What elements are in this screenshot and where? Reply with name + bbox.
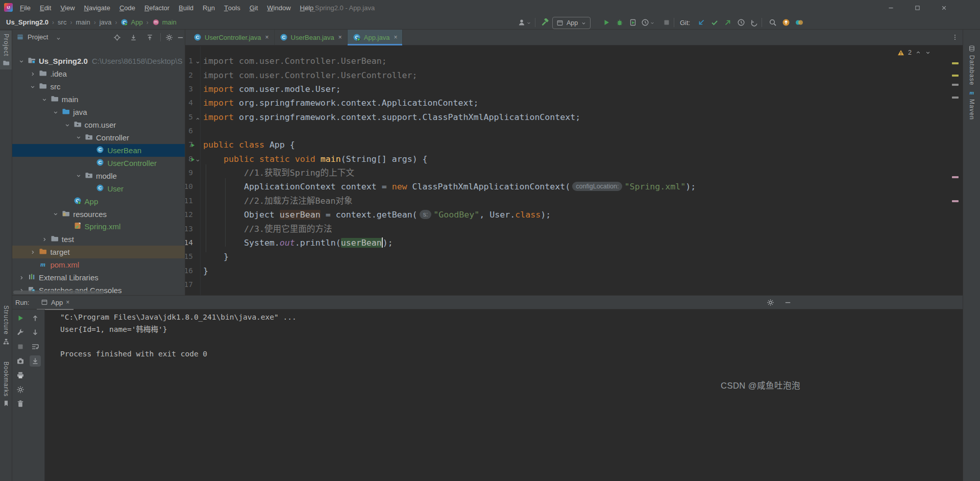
code-line-14[interactable]: System.out.println(userBean); <box>203 236 393 250</box>
chevron-down-icon[interactable] <box>76 134 82 140</box>
menu-item-navigate[interactable]: Navigate <box>80 0 115 15</box>
tree-item-Spring.xml[interactable]: Spring.xml <box>12 220 185 233</box>
tree-item-main[interactable]: main <box>12 93 185 106</box>
close-icon[interactable]: × <box>338 34 342 41</box>
menu-item-window[interactable]: Window <box>262 0 295 15</box>
scroll-to-end-button[interactable] <box>30 355 41 367</box>
chevron-right-icon[interactable] <box>30 71 36 77</box>
tree-item-UserController[interactable]: CUserController <box>12 157 185 170</box>
error-stripe-mark[interactable] <box>952 62 959 64</box>
fold-marker-icon[interactable] <box>195 156 201 165</box>
code-line-11[interactable]: //2.加载方法注解Bean对象 <box>203 194 353 208</box>
tree-item-modle[interactable]: modle <box>12 170 185 182</box>
tab-UserController[interactable]: CUserController.java× <box>188 30 275 45</box>
tree-item-Controller[interactable]: Controller <box>12 131 185 144</box>
minimize-button[interactable] <box>879 0 902 15</box>
locate-button[interactable] <box>113 34 121 43</box>
printer-button[interactable] <box>15 370 26 381</box>
chevron-down-icon[interactable] <box>53 211 59 217</box>
fold-marker-icon[interactable] <box>195 58 201 67</box>
close-button[interactable] <box>932 0 955 15</box>
tree-item-com.user[interactable]: com.user <box>12 118 185 131</box>
profiler-icon[interactable] <box>641 18 649 29</box>
search-icon[interactable] <box>769 18 777 29</box>
tab-App[interactable]: CApp.java× <box>348 30 403 45</box>
run-gutter-icon[interactable] <box>189 141 196 151</box>
sidebar-item-database[interactable]: Database <box>963 45 980 85</box>
project-panel-title[interactable]: Project <box>28 33 48 41</box>
user-icon[interactable] <box>518 18 526 29</box>
sidebar-item-maven[interactable]: mMaven <box>963 89 980 120</box>
code-line-15[interactable]: } <box>203 250 229 263</box>
code-line-2[interactable]: import com.user.Controller.UserControlle… <box>203 68 418 82</box>
close-icon[interactable]: × <box>66 299 69 306</box>
chevron-down-icon[interactable] <box>18 58 24 64</box>
tree-item-target[interactable]: target <box>12 246 185 258</box>
editor[interactable]: 1import com.user.Controller.UserBean;2im… <box>185 46 963 295</box>
trash-button[interactable] <box>15 398 26 410</box>
fold-marker-icon[interactable] <box>195 114 201 124</box>
code-line-5[interactable]: import org.springframework.context.suppo… <box>203 110 580 124</box>
maximize-button[interactable] <box>905 0 929 15</box>
code-line-8[interactable]: public static void main(String[] args) { <box>203 152 428 166</box>
sidebar-item-project[interactable]: Project <box>0 31 12 69</box>
error-stripe-mark[interactable] <box>952 97 959 99</box>
project-horizontal-scrollbar[interactable] <box>13 291 104 294</box>
run-config-select[interactable]: App <box>552 17 591 29</box>
chevron-down-icon[interactable] <box>650 18 655 28</box>
tree-item-.idea[interactable]: .idea <box>12 67 185 80</box>
chevron-down-icon[interactable] <box>41 97 47 103</box>
chevron-right-icon[interactable] <box>30 249 36 255</box>
tree-item-pom.xml[interactable]: mpom.xml <box>12 258 185 271</box>
down-arrow-button[interactable] <box>30 327 41 338</box>
menu-item-build[interactable]: Build <box>174 0 198 15</box>
stop-button[interactable] <box>15 341 26 352</box>
coverage-icon[interactable] <box>629 18 637 29</box>
menu-item-file[interactable]: File <box>15 0 35 15</box>
chevron-down-icon[interactable] <box>64 122 70 128</box>
code-line-3[interactable]: import com.user.modle.User; <box>203 82 341 96</box>
tree-item-App[interactable]: CApp <box>12 195 185 208</box>
menu-item-refactor[interactable]: Refactor <box>140 0 174 15</box>
run-icon[interactable] <box>602 18 610 29</box>
code-line-7[interactable]: public class App { <box>203 138 295 152</box>
error-stripe-mark[interactable] <box>952 84 959 86</box>
tab-options-icon[interactable] <box>951 34 959 43</box>
menu-item-run[interactable]: Run <box>198 0 219 15</box>
git-history-icon[interactable] <box>737 18 745 29</box>
chevron-down-icon[interactable] <box>53 109 59 115</box>
hide-button[interactable] <box>177 34 184 43</box>
settings-button[interactable] <box>165 34 173 43</box>
git-rollback-icon[interactable] <box>750 18 758 29</box>
camera-button[interactable] <box>15 355 26 367</box>
sidebar-item-structure[interactable]: Structure <box>0 305 12 345</box>
run-console[interactable]: "C:\Program Files\Java\jdk1.8.0_241\bin\… <box>45 309 963 481</box>
code-line-12[interactable]: Object userBean = context.getBean(s:"Goo… <box>203 208 551 222</box>
sidebar-item-bookmarks[interactable]: Bookmarks <box>0 362 12 407</box>
close-icon[interactable]: × <box>265 34 269 41</box>
collapse-all-button[interactable] <box>146 34 154 43</box>
expand-all-button[interactable] <box>130 34 137 43</box>
error-stripe-mark[interactable] <box>952 200 959 202</box>
code-line-4[interactable]: import org.springframework.context.Appli… <box>203 96 479 110</box>
tree-item-test[interactable]: test <box>12 233 185 246</box>
tree-item-External-Libraries[interactable]: External Libraries <box>12 271 185 284</box>
tree-item-src[interactable]: src <box>12 80 185 93</box>
up-arrow-button[interactable] <box>30 312 41 324</box>
menu-item-tools[interactable]: Tools <box>219 0 245 15</box>
close-icon[interactable]: × <box>394 34 397 41</box>
run-tab-app[interactable]: App× <box>37 296 74 310</box>
menu-item-code[interactable]: Code <box>115 0 140 15</box>
git-push-icon[interactable] <box>724 18 732 29</box>
code-line-13[interactable]: //3.使用它里面的方法 <box>203 222 332 236</box>
hide-button[interactable] <box>784 299 792 308</box>
soft-wrap-button[interactable] <box>30 341 41 352</box>
git-commit-icon[interactable] <box>710 18 719 29</box>
code-line-9[interactable]: //1.获取到Spring的上下文 <box>203 166 354 180</box>
code-line-1[interactable]: import com.user.Controller.UserBean; <box>203 54 387 68</box>
chevron-down-icon[interactable] <box>925 50 931 56</box>
menu-item-edit[interactable]: Edit <box>35 0 56 15</box>
git-update-icon[interactable] <box>697 18 705 29</box>
chevron-right-icon[interactable] <box>18 275 24 281</box>
chevron-up-icon[interactable] <box>915 50 921 56</box>
